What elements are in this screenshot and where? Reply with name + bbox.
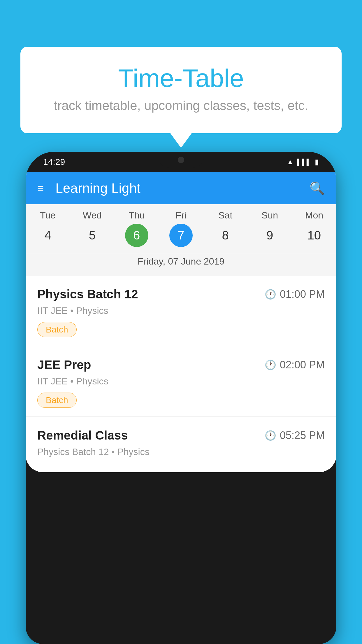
day-number[interactable]: 4 <box>36 224 59 247</box>
calendar-strip: TueWedThuFriSatSunMon 45678910 Friday, 0… <box>26 204 336 276</box>
day-header: Sun <box>247 210 292 221</box>
battery-icon <box>315 158 319 167</box>
batch-tag: Batch <box>37 322 77 337</box>
clock-icon: 🕐 <box>265 359 276 370</box>
speech-bubble: Time-Table track timetable, upcoming cla… <box>20 47 342 133</box>
day-headers: TueWedThuFriSatSunMon <box>26 210 336 221</box>
day-number[interactable]: 7 <box>169 224 193 247</box>
schedule-title: JEE Prep <box>37 358 91 372</box>
schedule-title: Physics Batch 12 <box>37 287 138 301</box>
day-header: Mon <box>292 210 336 221</box>
schedule-meta: IIT JEE • Physics <box>37 305 325 316</box>
schedule-item-header: Remedial Class 🕐 05:25 PM <box>37 428 325 442</box>
day-numbers: 45678910 <box>26 224 336 247</box>
schedule-meta: IIT JEE • Physics <box>37 376 325 387</box>
schedule-time: 🕐 02:00 PM <box>265 359 325 371</box>
clock-icon: 🕐 <box>265 430 276 441</box>
day-number[interactable]: 10 <box>303 224 326 247</box>
day-number[interactable]: 6 <box>125 224 148 247</box>
schedule-item-header: JEE Prep 🕐 02:00 PM <box>37 358 325 372</box>
schedule-item[interactable]: JEE Prep 🕐 02:00 PM IIT JEE • Physics Ba… <box>26 346 336 417</box>
hamburger-menu-icon[interactable]: ≡ <box>37 182 44 195</box>
status-icons <box>287 158 319 167</box>
day-number[interactable]: 8 <box>214 224 237 247</box>
phone-screen: ≡ Learning Light 🔍 TueWedThuFriSatSunMon… <box>26 172 336 472</box>
app-bar-title: Learning Light <box>55 180 310 196</box>
search-icon[interactable]: 🔍 <box>310 181 325 195</box>
day-header: Tue <box>26 210 70 221</box>
app-bar: ≡ Learning Light 🔍 <box>26 172 336 204</box>
day-number[interactable]: 5 <box>80 224 104 247</box>
day-number[interactable]: 9 <box>258 224 282 247</box>
bubble-title: Time-Table <box>44 64 318 92</box>
schedule-list: Physics Batch 12 🕐 01:00 PM IIT JEE • Ph… <box>26 276 336 472</box>
schedule-time: 🕐 05:25 PM <box>265 429 325 442</box>
schedule-item-header: Physics Batch 12 🕐 01:00 PM <box>37 287 325 301</box>
schedule-meta: Physics Batch 12 • Physics <box>37 447 325 457</box>
wifi-icon <box>287 158 294 166</box>
schedule-title: Remedial Class <box>37 428 128 442</box>
bubble-subtitle: track timetable, upcoming classes, tests… <box>44 98 318 113</box>
signal-icon <box>297 159 311 165</box>
clock-icon: 🕐 <box>265 289 276 300</box>
phone-frame: 14:29 ≡ Learning Light 🔍 TueWedThuFriSat… <box>26 152 336 644</box>
schedule-item[interactable]: Physics Batch 12 🕐 01:00 PM IIT JEE • Ph… <box>26 276 336 346</box>
notch <box>158 152 204 168</box>
camera <box>178 157 184 163</box>
schedule-time: 🕐 01:00 PM <box>265 288 325 300</box>
day-header: Wed <box>70 210 114 221</box>
day-header: Fri <box>159 210 203 221</box>
selected-date: Friday, 07 June 2019 <box>26 253 336 273</box>
batch-tag: Batch <box>37 393 77 408</box>
day-header: Sat <box>203 210 247 221</box>
schedule-item[interactable]: Remedial Class 🕐 05:25 PM Physics Batch … <box>26 417 336 472</box>
status-time: 14:29 <box>43 157 65 167</box>
status-bar: 14:29 <box>26 152 336 172</box>
day-header: Thu <box>115 210 159 221</box>
